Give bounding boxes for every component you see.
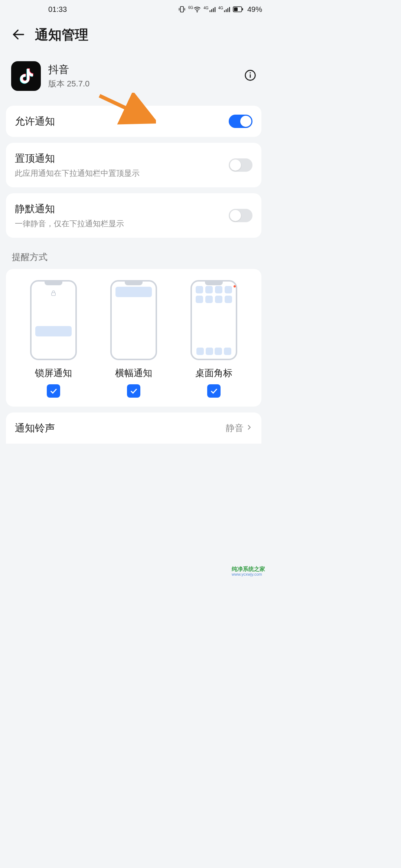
- svg-point-3: [197, 11, 198, 12]
- silent-notifications-card: 静默通知 一律静音，仅在下拉通知栏显示: [6, 193, 261, 238]
- battery-percent: 49%: [247, 5, 262, 14]
- svg-rect-19: [52, 293, 56, 296]
- allow-notifications-row[interactable]: 允许通知: [15, 115, 252, 128]
- styles-card: 锁屏通知 横幅通知 桌面角标: [6, 269, 261, 407]
- check-icon: [210, 387, 218, 395]
- arrow-left-icon: [11, 27, 26, 42]
- titlebar: 通知管理: [0, 19, 267, 55]
- svg-rect-10: [227, 8, 228, 12]
- silent-notifications-row[interactable]: 静默通知 一律静音，仅在下拉通知栏显示: [15, 202, 252, 229]
- badge-preview: [190, 280, 237, 360]
- style-banner-check[interactable]: [127, 384, 140, 398]
- style-lockscreen[interactable]: 锁屏通知: [13, 280, 94, 398]
- style-badge-label: 桌面角标: [195, 367, 232, 379]
- silent-sub: 一律静音，仅在下拉通知栏显示: [15, 218, 229, 229]
- svg-rect-11: [229, 7, 230, 12]
- style-banner[interactable]: 横幅通知: [94, 280, 174, 398]
- app-texts: 抖音 版本 25.7.0: [48, 63, 89, 89]
- ringtone-value: 静音: [226, 422, 244, 434]
- chevron-right-icon: [246, 424, 252, 432]
- svg-rect-14: [242, 8, 243, 10]
- douyin-icon: [17, 67, 35, 85]
- lock-icon: [50, 290, 57, 298]
- app-version: 版本 25.7.0: [48, 78, 89, 89]
- silent-title: 静默通知: [15, 202, 229, 216]
- silent-toggle[interactable]: [229, 209, 252, 222]
- back-button[interactable]: [11, 27, 26, 43]
- top-title: 置顶通知: [15, 152, 229, 165]
- app-info-button[interactable]: [244, 69, 256, 83]
- top-sub: 此应用通知在下拉通知栏中置顶显示: [15, 168, 229, 178]
- network-6g-label: 6G: [188, 6, 193, 10]
- style-badge-check[interactable]: [207, 384, 221, 398]
- check-icon: [49, 387, 58, 395]
- top-toggle[interactable]: [229, 158, 252, 172]
- svg-rect-6: [213, 8, 213, 12]
- allow-notifications-card: 允许通知: [6, 106, 261, 137]
- style-lock-label: 锁屏通知: [35, 367, 72, 379]
- allow-title: 允许通知: [15, 115, 229, 128]
- svg-rect-13: [234, 7, 238, 11]
- ringtone-row[interactable]: 通知铃声 静音: [6, 412, 261, 444]
- battery-icon: [233, 6, 243, 12]
- status-time: 01:33: [48, 5, 67, 14]
- signal-icon-1: [209, 6, 216, 13]
- lockscreen-preview: [30, 280, 77, 360]
- style-lock-check[interactable]: [47, 384, 60, 398]
- page-title: 通知管理: [35, 26, 88, 44]
- status-icons: 6G 4G 4G 49%: [178, 5, 262, 14]
- vibrate-icon: [178, 6, 186, 13]
- svg-rect-4: [209, 10, 210, 12]
- app-icon: [11, 61, 41, 91]
- svg-rect-0: [180, 7, 183, 12]
- top-notifications-card: 置顶通知 此应用通知在下拉通知栏中置顶显示: [6, 143, 261, 187]
- status-bar: 01:33 6G 4G 4G 49%: [0, 0, 267, 19]
- allow-toggle[interactable]: [229, 115, 252, 128]
- styles-section-label: 提醒方式: [0, 244, 267, 264]
- svg-rect-8: [224, 10, 225, 12]
- signal-icon-2: [224, 6, 230, 13]
- info-icon: [244, 69, 256, 81]
- ringtone-label: 通知铃声: [15, 421, 55, 435]
- check-icon: [130, 387, 138, 395]
- network-4g-2-label: 4G: [218, 6, 223, 10]
- svg-point-18: [250, 72, 251, 73]
- banner-preview: [110, 280, 157, 360]
- app-info-row: 抖音 版本 25.7.0: [0, 55, 267, 100]
- svg-rect-5: [211, 9, 212, 12]
- app-name: 抖音: [48, 63, 89, 77]
- style-badge[interactable]: 桌面角标: [174, 280, 254, 398]
- svg-rect-9: [226, 9, 226, 12]
- watermark: 纯净系统之家 www.ycxwjy.com: [232, 566, 265, 576]
- svg-rect-7: [215, 7, 215, 12]
- network-4g-1-label: 4G: [203, 6, 208, 10]
- style-banner-label: 横幅通知: [115, 367, 152, 379]
- wifi-icon: [193, 6, 201, 13]
- top-notifications-row[interactable]: 置顶通知 此应用通知在下拉通知栏中置顶显示: [15, 152, 252, 178]
- watermark-url: www.ycxwjy.com: [232, 572, 265, 576]
